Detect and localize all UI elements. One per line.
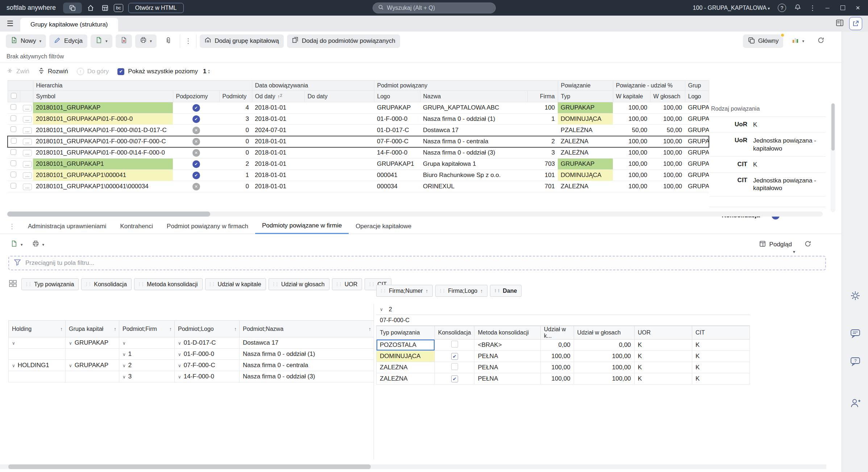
- pivot-field-chip[interactable]: ⋮⋮Udział w kapitale: [205, 278, 266, 290]
- right-table-header[interactable]: Typ powiązania: [377, 326, 435, 340]
- to-top-button[interactable]: ↑ Do góry: [77, 68, 109, 75]
- chevron-down-icon[interactable]: ∨: [178, 341, 181, 346]
- row-actions-button[interactable]: …: [23, 127, 32, 134]
- row-checkbox-cell[interactable]: [8, 147, 20, 159]
- apps-icon[interactable]: [63, 3, 82, 13]
- minimize-button[interactable]: ─: [824, 5, 831, 11]
- chevron-down-icon[interactable]: ∨: [178, 352, 181, 357]
- scrollbar-thumb[interactable]: [8, 464, 371, 469]
- bell-icon[interactable]: [794, 4, 801, 12]
- new-button[interactable]: Nowy ▾: [6, 34, 46, 48]
- add-capital-group-button[interactable]: Dodaj grupę kapitałową: [200, 34, 284, 48]
- left-table-header[interactable]: Podmiot;Firm↑: [119, 321, 175, 337]
- row-checkbox[interactable]: [11, 104, 16, 110]
- left-table-header[interactable]: Holding↑: [9, 321, 66, 337]
- share-icon[interactable]: [849, 17, 862, 30]
- cell-symbol[interactable]: 20180101_GRUPAKAP1: [33, 159, 173, 170]
- pivot-field-chip[interactable]: ⋮⋮UOR: [332, 278, 362, 290]
- tab-grupy-kapitalowe[interactable]: Grupy kapitałowe (struktura): [20, 18, 118, 32]
- user-plus-icon[interactable]: [848, 395, 863, 411]
- row-actions-cell[interactable]: …: [20, 114, 33, 125]
- row-actions-button[interactable]: …: [23, 172, 32, 179]
- bottom-tab-1[interactable]: Administracja uprawnieniami: [21, 219, 113, 234]
- row-actions-button[interactable]: …: [23, 150, 32, 156]
- chart-button[interactable]: ▾: [787, 34, 809, 48]
- left-table-row[interactable]: ∨3∨14-F-000-0Nasza firma 0 - oddział (3): [9, 371, 374, 382]
- show-all-levels-checkbox[interactable]: ✔ Pokaż wszystkie poziomy: [117, 68, 198, 75]
- chevron-down-icon[interactable]: ∨: [69, 341, 72, 346]
- row-checkbox-cell[interactable]: [8, 136, 20, 147]
- delete-document-button[interactable]: [116, 34, 132, 48]
- chevron-down-icon[interactable]: ∨: [12, 341, 15, 346]
- close-button[interactable]: ✕: [854, 5, 861, 11]
- main-view-button[interactable]: Główny: [743, 34, 784, 48]
- grid-row[interactable]: …20180101_GRUPAKAP\01-F-000-0\07-F-000-C…: [8, 136, 709, 147]
- chevron-down-icon[interactable]: ∨: [122, 374, 126, 379]
- row-checkbox[interactable]: [11, 183, 16, 189]
- column-firma[interactable]: Firma: [527, 91, 558, 102]
- pivot-subgroup-row[interactable]: 07-F-000-C: [376, 315, 750, 326]
- row-checkbox-cell[interactable]: [8, 170, 20, 181]
- column-w-glosach[interactable]: W głosach: [650, 91, 685, 102]
- edit-button[interactable]: Edycja: [49, 34, 87, 48]
- print-button[interactable]: ▾: [135, 34, 157, 48]
- expand-button[interactable]: Rozwiń: [38, 67, 68, 76]
- row-actions-cell[interactable]: …: [20, 147, 33, 159]
- checkbox-unchecked-icon[interactable]: [451, 341, 458, 348]
- more-menu-icon[interactable]: ⋮: [809, 4, 816, 12]
- checkbox-checked-icon[interactable]: ✔: [451, 375, 458, 382]
- grid-row[interactable]: …20180101_GRUPAKAP1\000041✔12018-01-0100…: [8, 170, 709, 181]
- chevron-down-icon[interactable]: ∨: [122, 341, 126, 346]
- checkbox-unchecked-icon[interactable]: [451, 363, 458, 370]
- row-checkbox-cell[interactable]: [8, 102, 20, 114]
- chat-help-icon[interactable]: ?: [848, 354, 863, 369]
- cell-konsolidacja[interactable]: [435, 362, 474, 373]
- collapse-button[interactable]: Zwiń: [7, 67, 29, 76]
- bottom-tab-2[interactable]: Kontrahenci: [113, 219, 160, 234]
- cell-symbol[interactable]: 20180101_GRUPAKAP1\000041: [33, 170, 173, 181]
- cell-symbol[interactable]: 20180101_GRUPAKAP\01-F-000-0: [33, 114, 173, 125]
- tab-menu-icon[interactable]: ⋮: [9, 222, 15, 230]
- scrollbar-thumb[interactable]: [831, 103, 835, 151]
- bc-icon[interactable]: bc: [114, 4, 123, 12]
- row-actions-button[interactable]: …: [23, 139, 32, 145]
- left-table-header[interactable]: Grupa kapitał↑: [66, 321, 119, 337]
- cell-konsolidacja[interactable]: [435, 340, 474, 351]
- chevron-down-icon[interactable]: ∨: [122, 352, 126, 357]
- pivot-field-chip[interactable]: ⋮⋮Konsolidacja: [81, 278, 132, 290]
- grid-row[interactable]: …20180101_GRUPAKAP1✔22018-01-01GRUPAKAP1…: [8, 159, 709, 170]
- column-w-kapitale[interactable]: W kapitale: [613, 91, 650, 102]
- grid-row[interactable]: …20180101_GRUPAKAP\01-F-000-0✔32018-01-0…: [8, 114, 709, 125]
- row-checkbox-cell[interactable]: [8, 159, 20, 170]
- select-all-checkbox[interactable]: [8, 91, 20, 102]
- bottom-tab-5[interactable]: Operacje kapitałowe: [349, 219, 418, 234]
- grid-row[interactable]: …20180101_GRUPAKAP\01-F-000-0\14-F-000-0…: [8, 147, 709, 159]
- company-selector[interactable]: 100 - GRUPA_KAPTALOWA ▾: [693, 5, 770, 11]
- column-od-daty[interactable]: Od daty↑2: [252, 91, 304, 102]
- row-actions-button[interactable]: …: [23, 105, 32, 111]
- pivot-data-row[interactable]: ZALEŻNA✔PEŁNA100,00100,00KK: [377, 373, 750, 385]
- refresh-button-bottom[interactable]: [800, 238, 816, 251]
- cell-typ-powiazania[interactable]: POZOSTALA: [377, 340, 435, 351]
- maximize-button[interactable]: [839, 5, 846, 10]
- pivot-column-chip[interactable]: ⋮⋮Firma;Logo↑: [435, 285, 487, 297]
- chevron-down-icon[interactable]: ∨: [69, 363, 72, 368]
- row-actions-cell[interactable]: …: [20, 136, 33, 147]
- row-checkbox[interactable]: [11, 138, 17, 144]
- right-table-header[interactable]: CIT: [692, 326, 749, 340]
- row-actions-cell[interactable]: …: [20, 102, 33, 114]
- cell-typ-powiazania[interactable]: ZALEŻNA: [377, 373, 435, 385]
- grid-horizontal-scrollbar[interactable]: [7, 212, 823, 217]
- cell-typ-powiazania[interactable]: DOMINUJĄCA: [377, 351, 435, 362]
- pivot-field-chip[interactable]: ⋮⋮Metoda konsolidacji: [134, 278, 203, 290]
- row-checkbox-cell[interactable]: [8, 125, 20, 136]
- row-actions-button[interactable]: …: [23, 184, 32, 190]
- row-actions-button[interactable]: …: [23, 161, 32, 168]
- cell-symbol[interactable]: 20180101_GRUPAKAP1\000041\000034: [33, 181, 173, 192]
- row-checkbox-cell[interactable]: [8, 114, 20, 125]
- pivot-data-row[interactable]: DOMINUJĄCA✔PEŁNA100,00100,00KK: [377, 351, 750, 362]
- cell-typ-powiazania[interactable]: ZALEŻNA: [377, 362, 435, 373]
- chevron-down-icon[interactable]: ∨: [178, 374, 181, 379]
- grid-vertical-scrollbar[interactable]: [831, 103, 835, 212]
- add-to-related-button[interactable]: Dodaj do podmiotów powiązanych: [287, 34, 400, 48]
